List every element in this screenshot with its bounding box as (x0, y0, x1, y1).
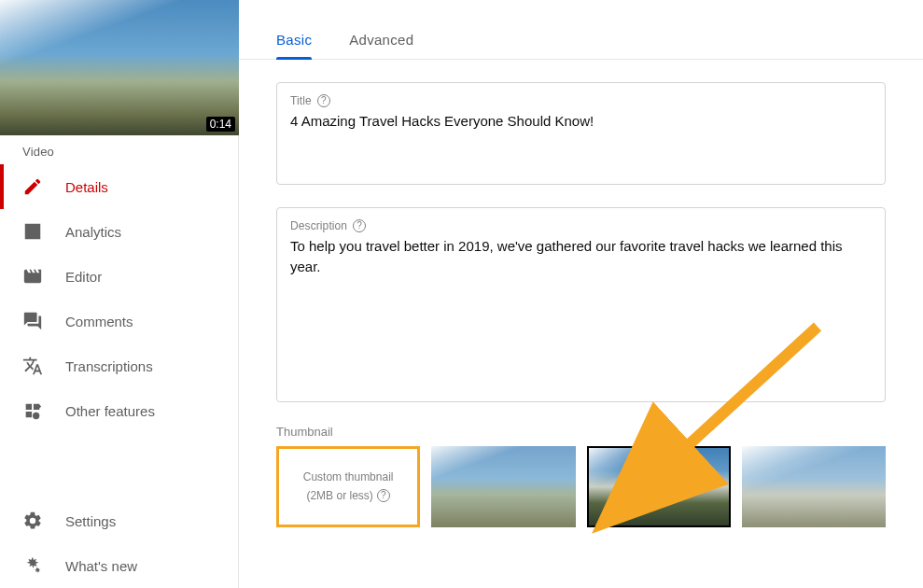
thumbnail-option-3[interactable] (742, 446, 886, 527)
sidebar-item-label: What's new (65, 558, 137, 574)
sidebar-item-comments[interactable]: Comments (0, 299, 238, 343)
sidebar-nav: Details Analytics Editor Comments (0, 164, 238, 588)
tab-basic[interactable]: Basic (276, 32, 312, 59)
comments-icon (22, 311, 43, 331)
sidebar-item-label: Editor (65, 269, 102, 285)
sidebar-item-label: Other features (65, 403, 155, 419)
help-icon[interactable]: ? (353, 219, 366, 232)
sidebar-item-transcriptions[interactable]: Transcriptions (0, 343, 238, 388)
sidebar-item-label: Analytics (65, 224, 121, 240)
sidebar-item-editor[interactable]: Editor (0, 254, 238, 299)
analytics-icon (22, 221, 43, 242)
sidebar-item-label: Settings (65, 513, 116, 529)
sidebar-item-label: Details (65, 179, 108, 195)
sidebar: 0:14 Video Details Analytics Editor (0, 0, 239, 588)
sidebar-item-label: Transcriptions (65, 358, 153, 374)
sidebar-item-whatsnew[interactable]: What's new (0, 543, 238, 588)
sidebar-section-label: Video (0, 135, 238, 164)
sidebar-item-details[interactable]: Details (0, 164, 238, 209)
thumbnail-section-label: Thumbnail (276, 425, 886, 439)
pencil-icon (22, 176, 43, 197)
help-icon[interactable]: ? (317, 94, 330, 107)
help-icon[interactable]: ? (377, 489, 390, 502)
title-label: Title ? (290, 94, 330, 107)
video-preview[interactable]: 0:14 (0, 0, 239, 135)
custom-thumbnail-line1: Custom thumbnail (303, 469, 394, 486)
title-input[interactable] (290, 111, 872, 132)
thumbnail-row: Custom thumbnail (2MB or less) ? (276, 446, 886, 527)
main-content: Basic Advanced Title ? Description ? Thu… (239, 0, 923, 588)
tabs: Basic Advanced (239, 0, 923, 60)
sidebar-item-other-features[interactable]: Other features (0, 388, 238, 433)
thumbnail-option-2[interactable] (587, 446, 731, 527)
sidebar-item-settings[interactable]: Settings (0, 498, 238, 543)
title-field[interactable]: Title ? (276, 82, 886, 185)
sidebar-item-label: Comments (65, 314, 133, 329)
thumbnail-option-1[interactable] (431, 446, 575, 527)
whatsnew-icon (22, 555, 43, 576)
custom-thumbnail-upload[interactable]: Custom thumbnail (2MB or less) ? (276, 446, 420, 527)
gear-icon (22, 511, 43, 531)
sidebar-item-analytics[interactable]: Analytics (0, 209, 238, 254)
tab-advanced[interactable]: Advanced (349, 32, 413, 59)
video-duration: 0:14 (206, 117, 235, 132)
translate-icon (22, 356, 43, 376)
other-icon (22, 400, 43, 421)
description-input[interactable] (290, 236, 872, 385)
editor-icon (22, 266, 43, 287)
custom-thumbnail-line2: (2MB or less) ? (306, 487, 389, 505)
description-label: Description ? (290, 219, 366, 232)
description-field[interactable]: Description ? (276, 207, 886, 402)
